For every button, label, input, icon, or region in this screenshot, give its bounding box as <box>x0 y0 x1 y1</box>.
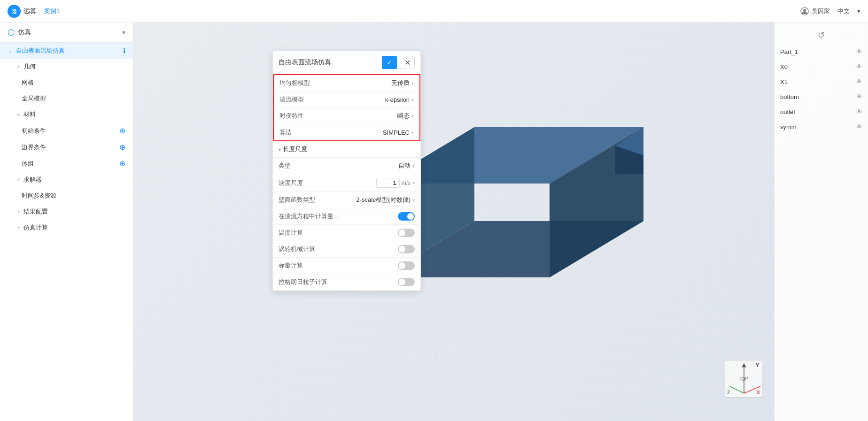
case-name[interactable]: 案例1 <box>44 7 60 15</box>
visibility-icon-bottom[interactable]: 👁 <box>856 93 862 100</box>
sidebar-item-label: 初始条件 <box>22 127 46 135</box>
scalar-calc-label: 标量计算 <box>279 261 303 270</box>
velocity-scale-label: 速度尺度 <box>279 179 316 187</box>
dropdown-arrow: ▾ <box>411 114 414 119</box>
type-value[interactable]: 自动 ▾ <box>316 161 415 170</box>
dialog-title: 自由表面流场仿真 <box>279 58 331 67</box>
lang-dropdown-icon[interactable]: ▾ <box>857 8 860 15</box>
visibility-icon-outlet[interactable]: 👁 <box>856 108 862 115</box>
toggle-thumb <box>399 230 405 236</box>
visibility-icon-symm[interactable]: 👁 <box>856 123 862 130</box>
sidebar-item-mesh[interactable]: 网格 <box>0 75 133 91</box>
sidebar-item-label: 网格 <box>22 78 34 87</box>
turbulence-model-value[interactable]: k-epsilon ▾ <box>317 96 414 103</box>
wall-func-text: 2-scale模型(对数律) <box>356 196 411 204</box>
velocity-unit: m/s <box>402 180 411 186</box>
sidebar-item-global-model[interactable]: 全局模型 <box>0 91 133 107</box>
language-selector[interactable]: 中文 <box>837 7 850 15</box>
dialog-header-actions: ✓ ✕ <box>382 56 415 69</box>
algorithm-row[interactable]: 算法 SIMPLEC ▾ <box>274 124 419 140</box>
main-canvas: ↺ Part_1 👁 X0 👁 X1 👁 bottom 👁 outlet 👁 s… <box>133 23 868 421</box>
scalar-calc-toggle[interactable] <box>398 261 415 270</box>
velocity-scale-row[interactable]: 速度尺度 m/s ▾ <box>273 174 420 192</box>
sidebar-item-label: 几何 <box>23 62 36 71</box>
sidebar-item-free-surface[interactable]: □ 自由表面流场仿真 ℹ <box>0 43 133 59</box>
time-variant-row[interactable]: 时变特性 瞬态 ▾ <box>274 108 419 124</box>
bottom-label: bottom <box>780 93 799 100</box>
wall-func-value[interactable]: 2-scale模型(对数律) ▾ <box>316 196 415 204</box>
type-label: 类型 <box>279 161 316 170</box>
expand-icon: □ <box>8 47 14 54</box>
dropdown-arrow: ▾ <box>412 163 415 168</box>
right-panel-item-x1[interactable]: X1 👁 <box>775 74 868 89</box>
time-variant-value[interactable]: 瞬态 ▾ <box>317 112 414 120</box>
wall-func-row[interactable]: 壁面函数类型 2-scale模型(对数律) ▾ <box>273 192 420 208</box>
sidebar-item-solver[interactable]: ＋ 求解器 <box>0 172 133 188</box>
refresh-button[interactable]: ↺ <box>775 26 868 44</box>
type-row[interactable]: 类型 自动 ▾ <box>273 158 420 174</box>
svg-line-11 <box>744 386 760 393</box>
sidebar-item-label: 时间步&资源 <box>22 191 56 200</box>
highlighted-section: 均匀相模型 无传质 ▾ 湍流模型 k-epsilon ▾ 时变特性 瞬态 <box>273 74 420 141</box>
turbomachinery-calc-label: 涡轮机械计算 <box>279 245 315 253</box>
length-scale-section-header[interactable]: ▾ 长度尺度 <box>273 141 420 158</box>
turbomachinery-calc-toggle-row[interactable]: 涡轮机械计算 <box>273 241 420 258</box>
sidebar-item-geometry[interactable]: ＋ 几何 <box>0 59 133 75</box>
lagrangian-calc-toggle-row[interactable]: 拉格朗日粒子计算 <box>273 274 420 291</box>
add-boundary-cond-button[interactable]: ⊕ <box>119 143 125 152</box>
outlet-label: outlet <box>780 108 795 115</box>
velocity-scale-input[interactable] <box>376 178 400 188</box>
velocity-scale-value: m/s ▾ <box>316 178 415 188</box>
sidebar-item-volume-group[interactable]: 体组 ⊕ <box>0 155 133 172</box>
right-panel: ↺ Part_1 👁 X0 👁 X1 👁 bottom 👁 outlet 👁 s… <box>774 23 868 421</box>
turbulence-calc-toggle-row[interactable]: 在湍流方程中计算量... <box>273 208 420 225</box>
turbulence-model-row[interactable]: 湍流模型 k-epsilon ▾ <box>274 92 419 108</box>
right-panel-item-x0[interactable]: X0 👁 <box>775 59 868 74</box>
sidebar-item-material[interactable]: ＋ 材料 <box>0 107 133 122</box>
temperature-calc-toggle-row[interactable]: 温度计算 <box>273 225 420 241</box>
svg-text:远: 远 <box>12 9 17 14</box>
add-initial-cond-button[interactable]: ⊕ <box>119 126 125 135</box>
topbar: 远 远算 案例1 吴因家 中文 ▾ <box>0 0 868 23</box>
dialog-confirm-button[interactable]: ✓ <box>382 56 397 69</box>
visibility-icon-part1[interactable]: 👁 <box>856 48 862 55</box>
right-panel-item-symm[interactable]: symm 👁 <box>775 119 868 134</box>
toggle-thumb <box>407 213 414 220</box>
sidebar-item-label: 结果配置 <box>23 207 48 216</box>
user-icon <box>800 7 809 15</box>
right-panel-item-outlet[interactable]: outlet 👁 <box>775 104 868 119</box>
algorithm-value[interactable]: SIMPLEC ▾ <box>317 129 414 136</box>
visibility-icon-x1[interactable]: 👁 <box>856 78 862 85</box>
visibility-icon-x0[interactable]: 👁 <box>856 63 862 70</box>
sidebar-collapse-button[interactable]: ▾ <box>122 29 125 36</box>
right-panel-item-part1[interactable]: Part_1 👁 <box>775 44 868 59</box>
temperature-calc-toggle[interactable] <box>398 229 415 237</box>
sidebar-item-label: 求解器 <box>23 176 42 184</box>
sidebar-item-result-config[interactable]: ＋ 结果配置 <box>0 204 133 220</box>
user-info[interactable]: 吴因家 <box>800 7 830 15</box>
refresh-icon: ↺ <box>818 30 825 40</box>
turbomachinery-calc-toggle[interactable] <box>398 245 415 253</box>
sidebar: ⬡ 仿真 ▾ □ 自由表面流场仿真 ℹ ＋ 几何 网格 全局模型 ＋ 材料 初始… <box>0 23 133 421</box>
x0-label: X0 <box>780 63 788 70</box>
add-volume-group-button[interactable]: ⊕ <box>119 159 125 168</box>
wall-func-label: 壁面函数类型 <box>279 196 316 204</box>
sidebar-item-label: 全局模型 <box>22 94 46 103</box>
sidebar-item-boundary-cond[interactable]: 边界条件 ⊕ <box>0 139 133 155</box>
info-icon[interactable]: ℹ <box>123 47 125 54</box>
time-variant-text: 瞬态 <box>397 112 410 120</box>
scalar-calc-toggle-row[interactable]: 标量计算 <box>273 258 420 274</box>
sidebar-item-sim-calc[interactable]: ＋ 仿真计算 <box>0 220 133 236</box>
sidebar-item-timestep[interactable]: 时间步&资源 <box>0 188 133 204</box>
logo-icon: 远 <box>8 5 21 18</box>
right-panel-item-bottom[interactable]: bottom 👁 <box>775 89 868 104</box>
homogeneous-model-row[interactable]: 均匀相模型 无传质 ▾ <box>274 75 419 92</box>
time-variant-label: 时变特性 <box>279 112 317 120</box>
x1-label: X1 <box>780 78 788 85</box>
toggle-thumb <box>399 262 405 269</box>
homogeneous-model-value[interactable]: 无传质 ▾ <box>317 79 414 87</box>
sidebar-item-initial-cond[interactable]: 初始条件 ⊕ <box>0 122 133 139</box>
dialog-close-button[interactable]: ✕ <box>400 56 415 69</box>
lagrangian-calc-toggle[interactable] <box>398 278 415 286</box>
turbulence-calc-toggle[interactable] <box>398 212 415 221</box>
